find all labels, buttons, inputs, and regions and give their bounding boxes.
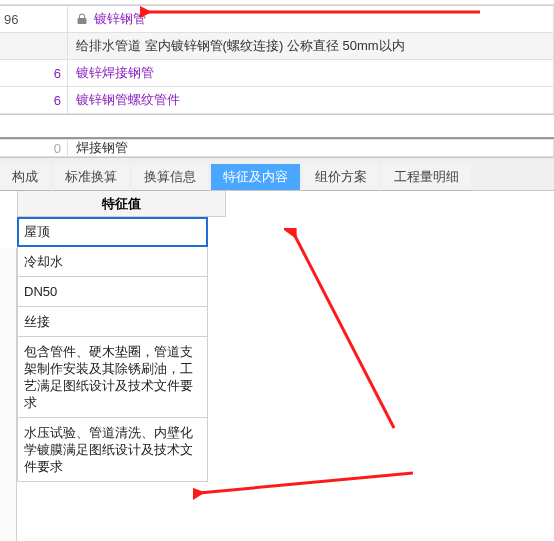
feature-value-cell[interactable]: 水压试验、管道清洗、内壁化学镀膜满足图纸设计及技术文件要求 — [17, 418, 208, 482]
row-text: 焊接钢管 — [68, 140, 554, 156]
row-number: 96 — [0, 6, 68, 32]
separator-blank — [0, 114, 554, 139]
row-text: 镀锌钢管 — [68, 6, 554, 32]
row-number: 6 — [0, 87, 68, 113]
top-grid: 96镀锌钢管给排水管道 室内镀锌钢管(螺纹连接) 公称直径 50mm以内6镀锌焊… — [0, 5, 554, 114]
feature-value-cell[interactable]: 冷却水 — [17, 247, 208, 277]
tab-bar: 构成标准换算换算信息特征及内容组价方案工程量明细 — [0, 157, 554, 191]
row-selector-strip — [0, 248, 17, 541]
row-number: 6 — [0, 60, 68, 86]
tab-t4[interactable]: 组价方案 — [303, 164, 379, 190]
row-number — [0, 33, 68, 59]
tab-t3[interactable]: 特征及内容 — [211, 164, 300, 190]
feature-value-cell[interactable]: 包含管件、硬木垫圈，管道支架制作安装及其除锈刷油，工艺满足图纸设计及技术文件要求 — [17, 337, 208, 418]
feature-value-cell[interactable]: 屋顶 — [17, 217, 208, 247]
tab-t0[interactable]: 构成 — [0, 164, 50, 190]
feature-column-header: 特征值 — [17, 191, 226, 217]
row-number: 0 — [0, 140, 68, 156]
tab-t2[interactable]: 换算信息 — [132, 164, 208, 190]
lock-icon — [76, 13, 88, 25]
row-text: 给排水管道 室内镀锌钢管(螺纹连接) 公称直径 50mm以内 — [68, 33, 554, 59]
row-text: 镀锌焊接钢管 — [68, 60, 554, 86]
grid-row[interactable]: 6镀锌焊接钢管 — [0, 60, 554, 87]
grid-row[interactable]: 给排水管道 室内镀锌钢管(螺纹连接) 公称直径 50mm以内 — [0, 33, 554, 60]
tab-t1[interactable]: 标准换算 — [53, 164, 129, 190]
tab-t5[interactable]: 工程量明细 — [382, 164, 471, 190]
feature-value-cell[interactable]: 丝接 — [17, 307, 208, 337]
grid-row[interactable]: 96镀锌钢管 — [0, 6, 554, 33]
grid-row-cutoff: 0 焊接钢管 — [0, 139, 554, 157]
grid-row[interactable]: 6镀锌钢管螺纹管件 — [0, 87, 554, 114]
feature-value-cell[interactable]: DN50 — [17, 277, 208, 307]
row-text: 镀锌钢管螺纹管件 — [68, 87, 554, 113]
feature-panel: 特征值 屋顶冷却水DN50丝接包含管件、硬木垫圈，管道支架制作安装及其除锈刷油，… — [0, 191, 554, 482]
